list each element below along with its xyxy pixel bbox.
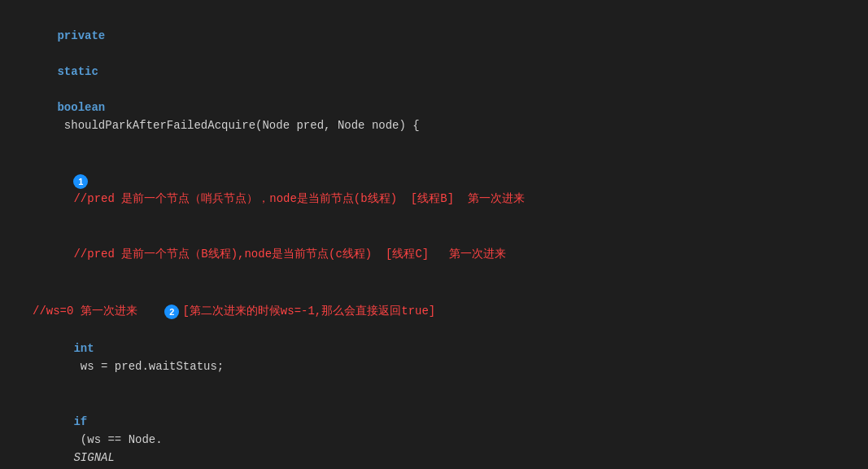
comment1-content: 1 //pred 是前一个节点（哨兵节点），node是当前节点(b线程) [线程… bbox=[0, 154, 525, 226]
code-container: private static boolean shouldParkAfterFa… bbox=[0, 0, 868, 469]
line-int-ws: int ws = pred.waitStatus; bbox=[0, 321, 868, 394]
if-signal-content: if (ws == Node. SIGNAL ) bbox=[0, 395, 163, 469]
keyword-private: private bbox=[57, 29, 105, 42]
space2 bbox=[57, 83, 63, 96]
signature-line: private static boolean shouldParkAfterFa… bbox=[0, 9, 420, 152]
ws-var: ws = pred.waitStatus; bbox=[73, 360, 224, 373]
signal-const: SIGNAL bbox=[73, 451, 114, 464]
comment1-text: //pred 是前一个节点（哨兵节点），node是当前节点(b线程) [线程B]… bbox=[73, 192, 524, 205]
if-cond1: (ws == Node. bbox=[73, 433, 162, 446]
line-if-signal: if (ws == Node. SIGNAL ) bbox=[0, 394, 868, 469]
badge-2: 2 bbox=[164, 305, 179, 319]
ws-comment-part1: //ws=0 第一次进来 bbox=[33, 302, 164, 320]
empty1 bbox=[0, 283, 23, 300]
line-comment2: //pred 是前一个节点（B线程),node是当前节点(c线程) [线程C] … bbox=[0, 226, 868, 282]
space1 bbox=[57, 47, 63, 60]
int-ws-content: int ws = pred.waitStatus; bbox=[0, 322, 224, 393]
keyword-boolean: boolean bbox=[57, 101, 105, 114]
keyword-int: int bbox=[73, 342, 94, 355]
method-name: shouldParkAfterFailedAcquire(Node pred, … bbox=[57, 119, 419, 132]
comment2-text: //pred 是前一个节点（B线程),node是当前节点(c线程) [线程C] … bbox=[73, 248, 506, 261]
ws-comment-part2: [第二次进来的时候ws=-1,那么会直接返回true] bbox=[182, 302, 435, 320]
keyword-static: static bbox=[57, 65, 98, 78]
line-signature: private static boolean shouldParkAfterFa… bbox=[0, 8, 868, 153]
badge-1: 1 bbox=[73, 174, 88, 189]
comment2-content: //pred 是前一个节点（B线程),node是当前节点(c线程) [线程C] … bbox=[0, 227, 506, 281]
line-ws-comment: //ws=0 第一次进来 2 [第二次进来的时候ws=-1,那么会直接返回tru… bbox=[0, 301, 868, 321]
ws-comment-content: //ws=0 第一次进来 2 [第二次进来的时候ws=-1,那么会直接返回tru… bbox=[0, 302, 435, 320]
keyword-if1: if bbox=[73, 415, 87, 428]
line-comment1: 1 //pred 是前一个节点（哨兵节点），node是当前节点(b线程) [线程… bbox=[0, 153, 868, 226]
line-empty1 bbox=[0, 282, 868, 301]
